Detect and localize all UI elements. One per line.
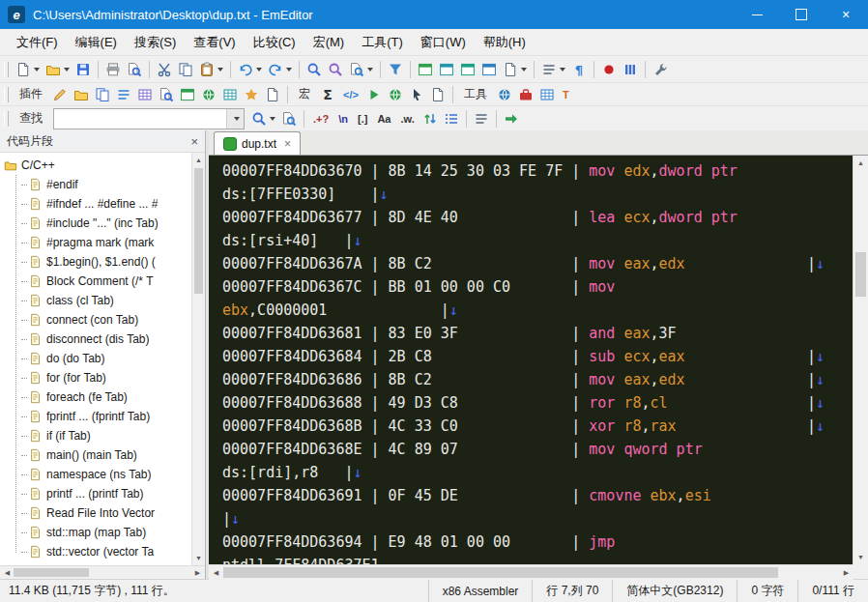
tools-tag-button[interactable]: T [559,87,573,102]
escape-sequence-toggle[interactable]: \n [334,111,352,127]
plugin-snippets-button[interactable] [49,84,71,105]
status-syntax[interactable]: x86 Assembler [428,580,533,602]
wildcard-toggle[interactable]: [.] [354,111,371,127]
plugin-markers-button[interactable] [241,84,262,105]
scroll-left-arrow-icon[interactable]: ◀ [209,565,223,580]
tree-item-10[interactable]: for (for Tab) [21,368,191,387]
find-all-documents-button[interactable] [278,108,300,129]
sort-button[interactable] [538,59,568,80]
menu-item-6[interactable]: 工具(T) [353,30,412,55]
customize-button[interactable] [650,59,671,80]
macro-run-button[interactable] [363,84,385,105]
tree-item-7[interactable]: connect (con Tab) [21,310,191,330]
plugin-html-bar-button[interactable] [177,84,198,105]
tree-item-18[interactable]: std::map (map Tab) [21,523,191,542]
menu-item-1[interactable]: 编辑(E) [67,30,126,55]
macro-document-button[interactable] [427,84,448,105]
tools-web-button[interactable] [494,84,515,105]
plugin-projects-button[interactable] [134,84,156,105]
print-preview-button[interactable] [124,59,145,80]
tree-item-3[interactable]: #pragma mark (mark [21,233,191,252]
text-editor[interactable]: 00007FF84DD63670 | 8B 14 25 30 03 FE 7F … [209,156,853,564]
find-next-button[interactable] [248,108,278,129]
save-button[interactable] [72,59,94,80]
go-next-button[interactable] [501,108,522,129]
count-matches-button[interactable] [441,108,462,129]
plugin-search-button[interactable] [156,84,177,105]
replace-button[interactable] [325,59,346,80]
tree-item-11[interactable]: foreach (fe Tab) [21,387,191,407]
status-encoding[interactable]: 简体中文(GB2312) [612,580,737,602]
find-in-files-button-dropdown-icon[interactable] [367,68,373,72]
tree-item-15[interactable]: namespace (ns Tab) [21,465,191,484]
tree-item-6[interactable]: class (cl Tab) [21,291,191,310]
maximize-button[interactable] [779,0,824,29]
tree-item-8[interactable]: disconnect (dis Tab) [21,330,191,349]
toolbar-grip[interactable] [4,62,9,77]
macro-library-button[interactable] [317,84,338,105]
close-button[interactable]: × [824,0,868,29]
record-macro-button[interactable] [598,59,620,80]
plugin-tooltip-button[interactable] [262,84,283,105]
plugin-open-documents-button[interactable] [92,84,113,105]
scroll-down-arrow-icon[interactable]: ▼ [192,551,205,565]
whole-word-toggle[interactable]: .w. [396,111,418,127]
html-bar-button[interactable] [415,59,436,80]
menu-item-4[interactable]: 比较(C) [245,30,304,55]
tree-item-14[interactable]: main() (main Tab) [21,445,191,465]
menu-item-3[interactable]: 查看(V) [185,30,244,55]
tree-item-1[interactable]: #ifndef ... #define ... # [21,194,191,214]
new-file-button[interactable] [13,59,43,80]
macro-code-button[interactable]: </> [339,87,362,102]
new-file-button-dropdown-icon[interactable] [34,68,40,72]
tools-toolbox-button[interactable] [515,84,536,105]
cut-button[interactable] [154,59,175,80]
menu-item-8[interactable]: 帮助(H) [475,30,535,55]
filter-button[interactable] [385,59,406,80]
tree-item-16[interactable]: printf ... (printf Tab) [21,484,191,503]
css-bar-button[interactable] [436,59,457,80]
toolbar-grip[interactable] [4,111,9,127]
scrollbar-thumb[interactable] [855,252,866,297]
open-file-button-dropdown-icon[interactable] [64,68,70,72]
menu-item-7[interactable]: 窗口(W) [412,30,475,55]
status-selection-chars[interactable]: 0 字符 [737,580,797,602]
scroll-down-arrow-icon[interactable]: ▼ [854,550,868,564]
find-in-files-button[interactable] [346,59,376,80]
scrollbar-thumb[interactable] [194,168,203,294]
snippets-panel-close-button[interactable]: × [190,135,198,148]
find-input-field[interactable] [54,111,226,127]
menu-item-0[interactable]: 文件(F) [8,30,67,55]
macro-pointer-button[interactable] [406,84,427,105]
undo-button-dropdown-icon[interactable] [256,68,262,72]
copy-button[interactable] [175,59,196,80]
scroll-right-arrow-icon[interactable]: ▶ [839,565,854,580]
scrollbar-thumb[interactable] [14,568,89,577]
redo-button[interactable] [265,59,295,80]
plugin-word-count-button[interactable] [219,84,241,105]
search-direction-button[interactable] [420,108,441,129]
plugin-explorer-button[interactable] [71,84,92,105]
tree-item-5[interactable]: Block Comment (/* T [21,272,191,291]
tree-item-9[interactable]: do (do Tab) [21,349,191,368]
plugin-outline-button[interactable] [113,84,134,105]
macro-globe-button[interactable] [385,84,406,105]
minimize-button[interactable] [735,0,779,29]
tree-item-0[interactable]: #endif [21,175,191,194]
scrollbar-thumb[interactable] [223,567,778,578]
scroll-up-arrow-icon[interactable]: ▲ [192,153,205,167]
print-button[interactable] [102,59,124,80]
script-bar-button[interactable] [457,59,478,80]
preview-bar-button[interactable] [478,59,500,80]
scroll-up-arrow-icon[interactable]: ▲ [854,156,868,170]
document-list-button[interactable] [500,59,530,80]
tree-item-2[interactable]: #include "..." (inc Tab) [21,214,191,233]
tree-item-12[interactable]: fprintf ... (fprintf Tab) [21,407,191,426]
regex-toggle[interactable]: .+? [309,111,333,127]
run-macro-button[interactable] [620,59,641,80]
undo-button[interactable] [235,59,265,80]
tab-close-icon[interactable]: × [284,137,291,151]
tree-item-4[interactable]: $1.begin(), $1.end() ( [21,252,191,272]
tools-grid-button[interactable] [536,84,558,105]
tree-item-13[interactable]: if (if Tab) [21,426,191,445]
